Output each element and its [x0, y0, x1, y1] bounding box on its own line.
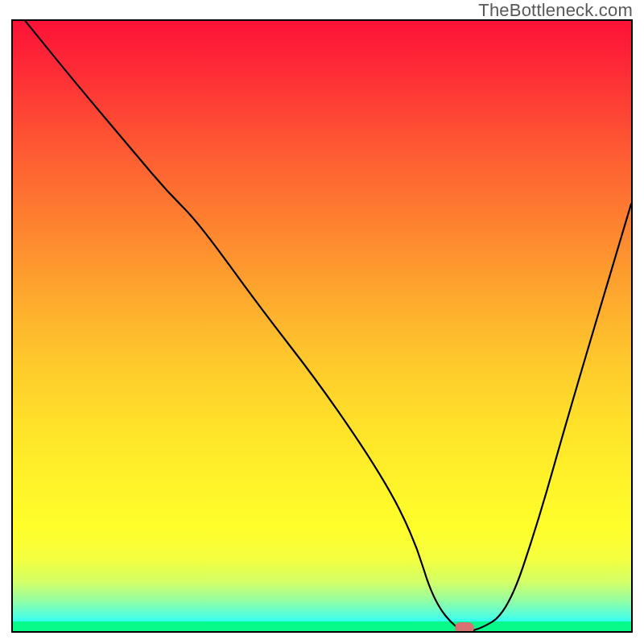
chart-frame	[11, 19, 633, 633]
curve-path	[25, 21, 631, 631]
optimal-marker	[455, 622, 474, 633]
bottleneck-curve	[13, 21, 631, 631]
watermark-text: TheBottleneck.com	[478, 0, 633, 21]
